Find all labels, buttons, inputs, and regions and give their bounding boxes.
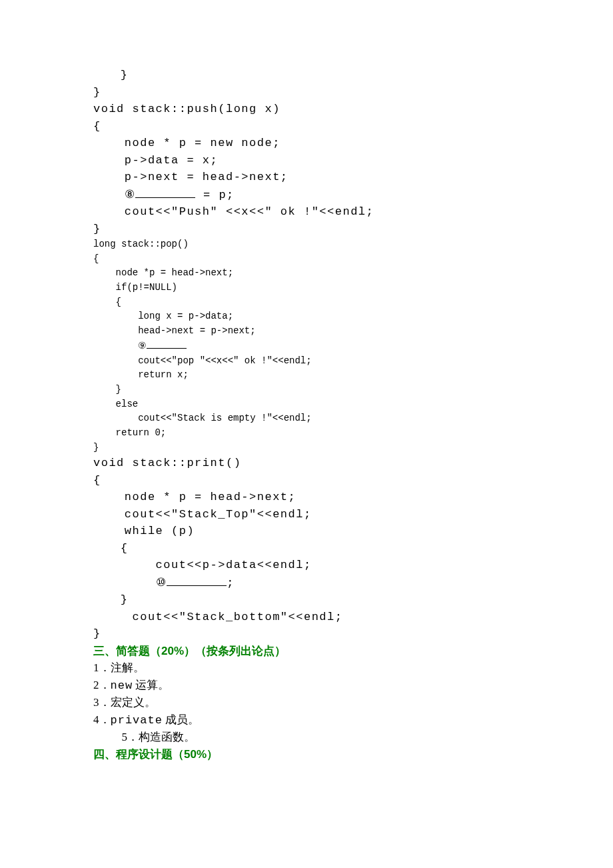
section-4-title-b: ） <box>207 748 218 761</box>
code-line: return x; <box>93 368 520 383</box>
code-line: } <box>93 591 520 609</box>
code-line-blank-9: ⑨ <box>93 339 520 354</box>
code-line: else <box>93 397 520 412</box>
code-line: cout<<"Push" <<x<<" ok !"<<endl; <box>93 203 520 221</box>
section-4-heading: 四、程序设计题（50%） <box>93 746 520 763</box>
code-text: = p; <box>195 189 235 201</box>
section-3-heading: 三、简答题（20%）（按条列出论点） <box>93 643 520 660</box>
code-line: } <box>93 67 520 84</box>
section-3-title-b: ）（按条列出论点） <box>184 645 286 657</box>
qa-item-2-num: 2． <box>93 679 111 691</box>
code-line: p->data = x; <box>93 152 520 169</box>
code-line-blank-10: ⑩; <box>93 574 520 592</box>
code-line: p->next = head->next; <box>93 169 520 186</box>
code-line: void stack::print() <box>93 455 520 472</box>
fill-blank-8[interactable] <box>135 187 195 197</box>
qa-item-1: 1．注解。 <box>93 659 520 677</box>
indent <box>93 577 156 589</box>
code-line: { <box>93 252 520 267</box>
code-line: long stack::pop() <box>93 237 520 252</box>
section-3-title-a: 三、简答题（ <box>93 645 161 657</box>
qa-item-4-tail: 成员。 <box>163 713 199 726</box>
code-text: ; <box>227 577 235 589</box>
code-line: node *p = head->next; <box>93 266 520 281</box>
code-line: { <box>93 295 520 310</box>
code-line: } <box>93 383 520 397</box>
qa-item-4-num: 4． <box>93 713 111 726</box>
qa-item-4-kw: private <box>111 714 163 727</box>
qa-item-5: 5．构造函数。 <box>93 729 520 746</box>
fill-blank-10[interactable] <box>167 575 227 586</box>
code-line: while (p) <box>93 523 520 540</box>
indent <box>93 341 138 351</box>
code-line: cout<<"Stack is empty !"<<endl; <box>93 411 520 426</box>
code-line: { <box>93 540 520 557</box>
code-line: return 0; <box>93 426 520 441</box>
code-line: cout<<"Stack_Top"<<endl; <box>93 506 520 523</box>
qa-item-2-kw: new <box>111 679 133 692</box>
code-line: cout<<"pop "<<x<<" ok !"<<endl; <box>93 354 520 369</box>
code-line-blank-8: ⑧ = p; <box>93 186 520 204</box>
code-line: long x = p->data; <box>93 309 520 324</box>
code-line: { <box>93 472 520 489</box>
code-line: node * p = new node; <box>93 135 520 152</box>
code-line: if(p!=NULL) <box>93 281 520 295</box>
section-4-title-a: 四、程序设计题（ <box>93 748 184 761</box>
circled-9-icon: ⑨ <box>138 340 147 351</box>
code-line: } <box>93 625 520 643</box>
code-line: node * p = head->next; <box>93 489 520 506</box>
qa-item-4: 4．private 成员。 <box>93 711 520 729</box>
section-3-percent: 20% <box>161 645 184 657</box>
code-line: void stack::push(long x) <box>93 101 520 118</box>
code-line: } <box>93 84 520 101</box>
qa-item-2: 2．new 运算。 <box>93 677 520 695</box>
code-line: } <box>93 441 520 455</box>
code-line: { <box>93 118 520 135</box>
circled-10-icon: ⑩ <box>156 576 167 589</box>
code-line: head->next = p->next; <box>93 324 520 339</box>
circled-8-icon: ⑧ <box>125 188 136 201</box>
qa-item-3: 3．宏定义。 <box>93 694 520 711</box>
section-4-percent: 50% <box>184 748 207 761</box>
code-line: cout<<p->data<<endl; <box>93 557 520 574</box>
indent <box>93 189 125 201</box>
fill-blank-9[interactable] <box>147 340 187 349</box>
code-line: } <box>93 221 520 238</box>
code-line: cout<<"Stack_bottom"<<endl; <box>93 609 520 626</box>
qa-item-2-tail: 运算。 <box>133 679 169 691</box>
